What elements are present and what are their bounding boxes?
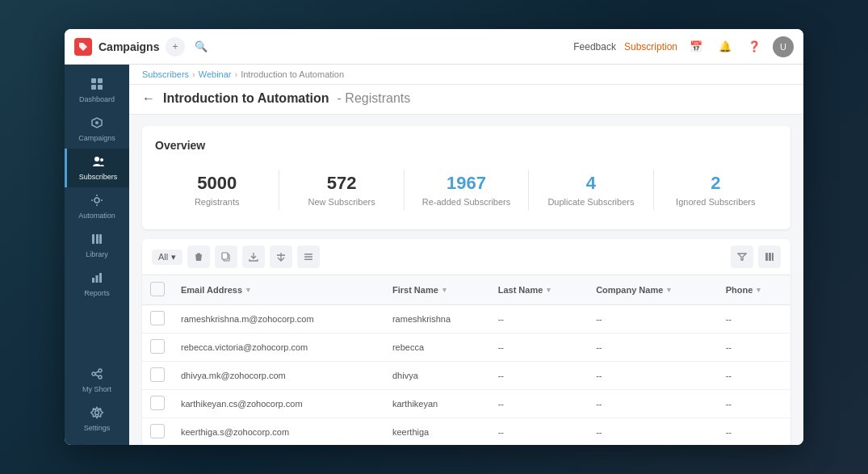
toolbar-right	[731, 245, 781, 268]
sidebar: Dashboard Campaigns Subscribers Automati…	[65, 65, 129, 445]
campaigns-label: Campaigns	[78, 134, 115, 142]
export-button[interactable]	[242, 245, 265, 268]
myshort-label: My Short	[82, 385, 111, 393]
calendar-icon[interactable]: 📅	[686, 36, 707, 57]
page-title-subtitle: - Registrants	[338, 91, 411, 106]
back-button[interactable]: ←	[142, 91, 155, 106]
select-all-checkbox[interactable]	[150, 282, 165, 296]
phone-cell-0: --	[718, 305, 790, 333]
help-icon[interactable]: ❓	[744, 36, 765, 57]
page-title: Introduction to Automation	[163, 91, 329, 106]
overview-title: Overview	[155, 139, 778, 152]
firstname-cell-0: rameshkrishna	[384, 305, 490, 333]
firstname-cell-4: keerthiga	[384, 418, 490, 446]
table-container: Email Address ▾ First Name ▾	[142, 275, 790, 445]
row-checkbox-4[interactable]	[150, 424, 165, 438]
automation-icon	[90, 194, 103, 209]
sidebar-item-reports[interactable]: Reports	[65, 265, 129, 304]
campaigns-icon	[90, 116, 103, 132]
email-filter-icon[interactable]: ▾	[246, 286, 250, 294]
svg-point-19	[95, 411, 99, 415]
breadcrumb-webinar[interactable]: Webinar	[199, 69, 232, 79]
stat-registrants: 5000 Registrants	[155, 173, 279, 207]
stat-label-readded: Re-added Subscribers	[422, 197, 510, 207]
tag-filter-label: All	[158, 252, 168, 262]
more-button[interactable]	[297, 245, 320, 268]
stat-value-new: 572	[327, 173, 357, 194]
header-company: Company Name ▾	[588, 275, 718, 305]
sidebar-item-settings[interactable]: Settings	[65, 400, 129, 438]
lastname-cell-1: --	[490, 333, 589, 362]
firstname-cell-3: karthikeyan	[384, 390, 490, 418]
top-bar-left: Campaigns ＋ 🔍	[74, 37, 573, 57]
svg-rect-23	[304, 256, 312, 258]
svg-line-18	[95, 375, 99, 376]
lastname-cell-3: --	[490, 390, 589, 418]
sidebar-item-automation[interactable]: Automation	[65, 187, 129, 226]
move-button[interactable]	[270, 245, 292, 268]
copy-button[interactable]	[215, 245, 237, 268]
notifications-icon[interactable]: 🔔	[715, 36, 736, 57]
phone-cell-1: --	[718, 333, 790, 362]
header-lastname: Last Name ▾	[490, 275, 589, 305]
lastname-filter-icon[interactable]: ▾	[547, 286, 551, 294]
stats-row: 5000 Registrants 572 New Subscribers 196…	[155, 163, 778, 216]
main-area: Dashboard Campaigns Subscribers Automati…	[65, 65, 803, 445]
sidebar-item-dashboard[interactable]: Dashboard	[65, 71, 129, 110]
header-firstname: First Name ▾	[384, 275, 490, 305]
lastname-cell-0: --	[490, 305, 589, 333]
row-checkbox-1[interactable]	[150, 339, 165, 354]
breadcrumb-subscribers[interactable]: Subscribers	[142, 69, 189, 79]
settings-icon	[90, 406, 103, 422]
subscription-button[interactable]: Subscription	[624, 41, 677, 52]
row-checkbox-2[interactable]	[150, 367, 165, 382]
stat-value-duplicate: 4	[586, 173, 596, 194]
company-cell-4: --	[588, 418, 718, 446]
row-checkbox-3[interactable]	[150, 396, 165, 410]
feedback-button[interactable]: Feedback	[573, 41, 616, 52]
email-cell-1: rebecca.victoria@zohocorp.com	[173, 333, 384, 362]
svg-point-4	[95, 121, 99, 124]
sidebar-item-subscribers[interactable]: Subscribers	[65, 149, 129, 187]
svg-rect-3	[98, 85, 103, 90]
sidebar-item-myshort[interactable]: My Short	[65, 361, 129, 400]
search-icon[interactable]: 🔍	[191, 37, 211, 57]
stat-label-registrants: Registrants	[195, 197, 240, 207]
svg-rect-21	[222, 253, 228, 259]
svg-rect-25	[765, 253, 768, 261]
firstname-filter-icon[interactable]: ▾	[442, 286, 447, 294]
svg-rect-12	[96, 275, 99, 283]
columns-button[interactable]	[758, 245, 781, 268]
reports-label: Reports	[84, 289, 110, 297]
svg-rect-26	[769, 253, 771, 261]
company-filter-icon[interactable]: ▾	[667, 286, 671, 294]
svg-rect-1	[98, 78, 103, 83]
svg-point-7	[94, 198, 99, 203]
filter-columns-button[interactable]	[731, 245, 753, 268]
svg-rect-0	[91, 78, 96, 83]
subscribers-label: Subscribers	[79, 173, 118, 181]
chevron-down-icon: ▾	[171, 252, 176, 262]
svg-rect-24	[304, 258, 312, 260]
user-avatar[interactable]: U	[773, 36, 794, 57]
app-window: Campaigns ＋ 🔍 Feedback Subscription 📅 🔔 …	[65, 29, 803, 445]
table-row: dhivya.mk@zohocorp.com dhivya -- -- --	[142, 362, 790, 390]
add-button[interactable]: ＋	[166, 37, 185, 57]
table-section: All ▾	[142, 239, 790, 445]
svg-rect-9	[96, 234, 99, 244]
delete-button[interactable]	[187, 245, 210, 268]
dashboard-label: Dashboard	[79, 95, 115, 103]
sidebar-item-library[interactable]: Library	[65, 226, 129, 265]
table-header: Email Address ▾ First Name ▾	[142, 275, 790, 305]
top-bar-right: Feedback Subscription 📅 🔔 ❓ U	[573, 36, 794, 57]
svg-point-5	[94, 157, 99, 161]
stat-value-registrants: 5000	[197, 173, 237, 194]
sidebar-item-campaigns[interactable]: Campaigns	[65, 110, 129, 149]
table-row: rameshkrishna.m@zohocorp.com rameshkrish…	[142, 305, 790, 333]
row-checkbox-0[interactable]	[150, 311, 165, 325]
app-title: Campaigns	[99, 40, 159, 53]
myshort-icon	[90, 367, 103, 383]
tag-filter[interactable]: All ▾	[152, 250, 182, 265]
phone-filter-icon[interactable]: ▾	[757, 286, 761, 294]
table-row: karthikeyan.cs@zohocorp.com karthikeyan …	[142, 390, 790, 418]
